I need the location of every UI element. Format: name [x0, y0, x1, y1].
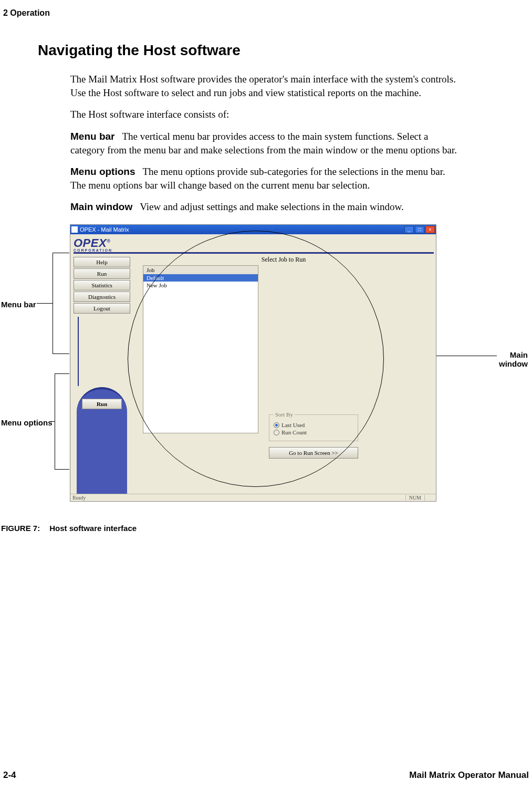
sidebar: Help Run Statistics Diagnostics Logout R… — [74, 254, 130, 494]
def-menu-bar-term: Menu bar — [70, 131, 114, 142]
option-run-button[interactable]: Run — [82, 399, 122, 409]
figure-caption: FIGURE 7:Host software interface — [1, 524, 532, 533]
sort-run-count[interactable]: Run Count — [274, 429, 353, 435]
callout-main-window-l1: Main — [510, 350, 528, 359]
consists-paragraph: The Host software interface consists of: — [70, 108, 459, 121]
opex-logo: OPEX® — [74, 236, 110, 250]
bracket-line — [55, 373, 55, 469]
status-bar: Ready NUM — [70, 494, 436, 501]
status-ready: Ready — [72, 495, 86, 501]
sort-by-legend: Sort By — [274, 411, 295, 418]
def-main-window: Main windowView and adjust settings and … — [70, 200, 459, 214]
bracket-line — [53, 253, 69, 253]
window-title: OPEX - Mail Matrix — [80, 226, 129, 233]
page-footer: 2-4 Mail Matrix Operator Manual — [0, 770, 532, 781]
window-minimize-button[interactable]: _ — [404, 226, 414, 233]
job-row-new[interactable]: New Job — [143, 282, 258, 289]
job-list-panel: Job Default New Job — [143, 265, 258, 433]
sort-last-used[interactable]: Last Used — [274, 422, 353, 428]
bracket-line — [55, 469, 69, 470]
callout-main-window-l2: window — [499, 359, 528, 368]
job-row-default[interactable]: Default — [143, 274, 258, 282]
menu-help[interactable]: Help — [74, 257, 130, 267]
opex-brand: OPEX — [74, 236, 107, 250]
callout-menu-options: Menu options — [1, 418, 53, 427]
menu-options-pod: Run — [77, 387, 127, 497]
connector-pipe — [78, 317, 79, 386]
window-titlebar[interactable]: OPEX - Mail Matrix _ □ × — [70, 225, 436, 234]
menu-logout[interactable]: Logout — [74, 303, 130, 314]
menu-run[interactable]: Run — [74, 268, 130, 279]
bracket-line — [37, 303, 53, 304]
bracket-line — [55, 373, 69, 374]
callout-menu-bar: Menu bar — [1, 300, 36, 309]
bracket-line — [53, 354, 69, 354]
page-title: Navigating the Host software — [0, 42, 532, 59]
bracket-line — [53, 253, 53, 354]
def-menu-options: Menu optionsThe menu options provide sub… — [70, 165, 459, 192]
figure-wrap: Menu bar Menu options Main window OPEX -… — [0, 222, 532, 516]
manual-title: Mail Matrix Operator Manual — [409, 770, 529, 781]
intro-paragraph: The Mail Matrix Host software provides t… — [70, 72, 459, 99]
bracket-line — [50, 421, 55, 422]
job-list-header: Job — [143, 266, 258, 274]
page-number: 2-4 — [3, 770, 16, 781]
logo-row: OPEX® CORPORATION — [70, 234, 436, 254]
figure-caption-text: Host software interface — [49, 524, 137, 533]
sort-run-count-label: Run Count — [281, 429, 307, 435]
window-maximize-button[interactable]: □ — [415, 226, 424, 233]
menu-bar: Help Run Statistics Diagnostics Logout — [74, 254, 130, 314]
callout-main-window: Main window — [499, 350, 528, 368]
app-icon — [71, 226, 78, 233]
status-empty — [424, 495, 434, 501]
def-menu-bar: Menu barThe vertical menu bar provides a… — [70, 130, 459, 157]
opex-corp: CORPORATION — [74, 248, 112, 252]
def-main-window-text: View and adjust settings and make select… — [140, 201, 404, 212]
go-to-run-button[interactable]: Go to Run Screen >> — [269, 447, 358, 459]
window-close-button[interactable]: × — [425, 226, 435, 233]
section-header: 2 Operation — [0, 8, 532, 18]
def-main-window-term: Main window — [70, 201, 132, 212]
opex-reg: ® — [107, 238, 110, 244]
menu-statistics[interactable]: Statistics — [74, 280, 130, 290]
radio-icon — [274, 430, 279, 435]
screenshot-window: OPEX - Mail Matrix _ □ × OPEX® CORPORATI… — [70, 224, 436, 502]
main-window-pane: Select Job to Run Job Default New Job So… — [133, 254, 434, 494]
def-menu-options-term: Menu options — [70, 166, 135, 177]
def-menu-bar-text: The vertical menu bar provides access to… — [70, 131, 457, 155]
status-num: NUM — [405, 495, 424, 501]
figure-label: FIGURE 7: — [1, 524, 40, 533]
sort-by-panel: Sort By Last Used Run Count — [269, 411, 358, 441]
sort-last-used-label: Last Used — [281, 422, 305, 428]
menu-diagnostics[interactable]: Diagnostics — [74, 292, 130, 302]
radio-icon — [274, 422, 279, 428]
